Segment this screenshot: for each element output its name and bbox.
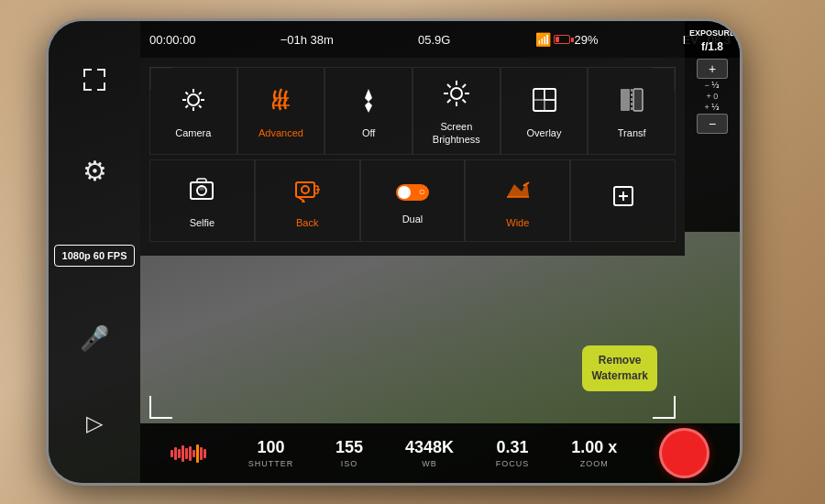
menu-row-1: Camera Advanced — [149, 67, 676, 155]
overlay-menu-label: Overlay — [527, 126, 562, 139]
selfie-icon — [187, 175, 216, 211]
exposure-minus-button[interactable]: − — [697, 114, 728, 134]
exposure-plus-button[interactable]: + — [697, 59, 728, 79]
menu-item-advanced[interactable]: Advanced — [237, 67, 325, 155]
timecode-display: 00:00:00 — [149, 33, 196, 47]
wide-menu-label: Wide — [506, 216, 529, 229]
screen-brightness-label: ScreenBrightness — [433, 120, 480, 147]
microphone-icon[interactable]: 🎤 — [80, 324, 109, 353]
battery-display: 📶 29% — [535, 32, 599, 47]
unknown-icon — [609, 181, 638, 217]
dual-toggle-icon — [396, 178, 429, 207]
svg-point-0 — [188, 94, 199, 105]
expand-icon[interactable] — [82, 68, 106, 97]
menu-item-overlay[interactable]: Overlay — [500, 67, 588, 155]
off-menu-label: Off — [362, 126, 375, 139]
menu-item-camera[interactable]: Camera — [149, 67, 237, 155]
waveform-display — [170, 444, 206, 463]
selfie-menu-label: Selfie — [190, 216, 215, 229]
svg-rect-13 — [544, 89, 556, 100]
menu-item-dual[interactable]: Dual — [360, 159, 466, 242]
svg-line-11 — [447, 100, 451, 104]
menu-item-back[interactable]: Back — [255, 159, 360, 242]
bottom-bar: 100 SHUTTER 155 ISO 4348K WB 0.31 FOCUS … — [140, 423, 740, 483]
storage-display: 05.9G — [418, 33, 450, 47]
camera-screen: ⚙ 1080p 60 FPS 🎤 ▷ 00:00:00 −01h 38m — [49, 21, 740, 483]
focus-item[interactable]: 0.31 FOCUS — [496, 438, 530, 468]
transition-menu-label: Transf — [618, 126, 646, 139]
focus-value: 0.31 — [497, 438, 529, 457]
phone-body: ⚙ 1080p 60 FPS 🎤 ▷ 00:00:00 −01h 38m — [46, 18, 742, 486]
back-camera-icon — [292, 175, 322, 211]
focus-label: FOCUS — [496, 459, 530, 468]
left-sidebar: ⚙ 1080p 60 FPS 🎤 ▷ — [49, 21, 140, 483]
svg-line-8 — [447, 84, 451, 88]
dual-menu-label: Dual — [402, 213, 424, 225]
menu-item-off[interactable]: Off — [324, 67, 412, 155]
wb-value: 4348K — [405, 438, 454, 457]
wb-label: WB — [422, 459, 437, 468]
wb-item[interactable]: 4348K WB — [405, 438, 454, 468]
shutter-label: SHUTTER — [248, 459, 294, 468]
svg-line-9 — [462, 100, 466, 104]
phone-container: ⚙ 1080p 60 FPS 🎤 ▷ 00:00:00 −01h 38m — [0, 0, 825, 504]
svg-point-3 — [451, 88, 462, 99]
bracket-bottom-left — [149, 396, 172, 419]
iso-item[interactable]: 155 ISO — [336, 438, 363, 468]
svg-point-23 — [302, 186, 309, 193]
power-button[interactable] — [742, 223, 742, 278]
zoom-label: ZOOM — [580, 459, 609, 468]
menu-item-selfie[interactable]: Selfie — [149, 159, 255, 242]
bracket-bottom-right — [653, 396, 676, 419]
iso-label: ISO — [341, 459, 358, 468]
shutter-value: 100 — [257, 438, 284, 457]
zoom-item[interactable]: 1.00 x ZOOM — [571, 438, 617, 468]
svg-marker-2 — [365, 102, 372, 113]
menu-item-transition[interactable]: Transf — [588, 67, 676, 155]
time-remaining-display: −01h 38m — [280, 33, 334, 47]
menu-overlay: Camera Advanced — [140, 58, 685, 256]
exposure-step-plus: + ⅓ — [705, 103, 720, 112]
svg-rect-16 — [621, 89, 630, 111]
silent-button[interactable] — [46, 99, 47, 122]
volume-down-button[interactable] — [46, 177, 47, 214]
screen-brightness-icon — [442, 79, 471, 115]
record-button[interactable] — [659, 428, 710, 478]
menu-item-unknown[interactable] — [570, 159, 676, 242]
shutter-waveform-item[interactable] — [170, 444, 206, 463]
off-icon — [354, 85, 383, 121]
exposure-step-minus: − ⅓ — [705, 81, 720, 90]
exposure-panel: EXPOSURE f/1.8 + − ⅓ + 0 + ⅓ − — [685, 21, 740, 232]
overlay-icon — [530, 85, 559, 121]
advanced-icon — [267, 85, 296, 121]
exposure-aperture: f/1.8 — [701, 40, 723, 53]
play-icon[interactable]: ▷ — [86, 411, 103, 436]
back-menu-label: Back — [296, 216, 318, 229]
exposure-title: EXPOSURE — [689, 28, 735, 38]
exposure-step-zero: + 0 — [707, 92, 719, 101]
wide-icon — [503, 175, 533, 211]
iso-value: 155 — [336, 438, 363, 457]
menu-item-screen-brightness[interactable]: ScreenBrightness — [412, 67, 500, 155]
svg-line-10 — [462, 84, 466, 88]
svg-marker-1 — [365, 89, 372, 102]
settings-icon[interactable]: ⚙ — [82, 155, 107, 187]
advanced-menu-label: Advanced — [258, 126, 303, 139]
volume-up-button[interactable] — [46, 131, 47, 168]
camera-settings-icon — [179, 85, 208, 121]
battery-icon — [554, 35, 570, 44]
svg-rect-17 — [633, 89, 643, 111]
svg-point-21 — [199, 185, 204, 191]
menu-row-2: Selfie — [149, 159, 676, 242]
shutter-item[interactable]: 100 SHUTTER — [248, 438, 294, 468]
watermark-badge[interactable]: Remove Watermark — [582, 345, 657, 391]
top-bar: 00:00:00 −01h 38m 05.9G 📶 29% EV 08.3 — [140, 21, 740, 58]
signal-icon: 📶 — [535, 32, 551, 47]
camera-menu-label: Camera — [175, 126, 211, 139]
resolution-badge[interactable]: 1080p 60 FPS — [54, 245, 136, 267]
transition-icon — [617, 85, 646, 121]
zoom-value: 1.00 x — [571, 438, 617, 457]
menu-item-wide[interactable]: Wide — [465, 159, 570, 242]
svg-rect-22 — [296, 182, 314, 197]
